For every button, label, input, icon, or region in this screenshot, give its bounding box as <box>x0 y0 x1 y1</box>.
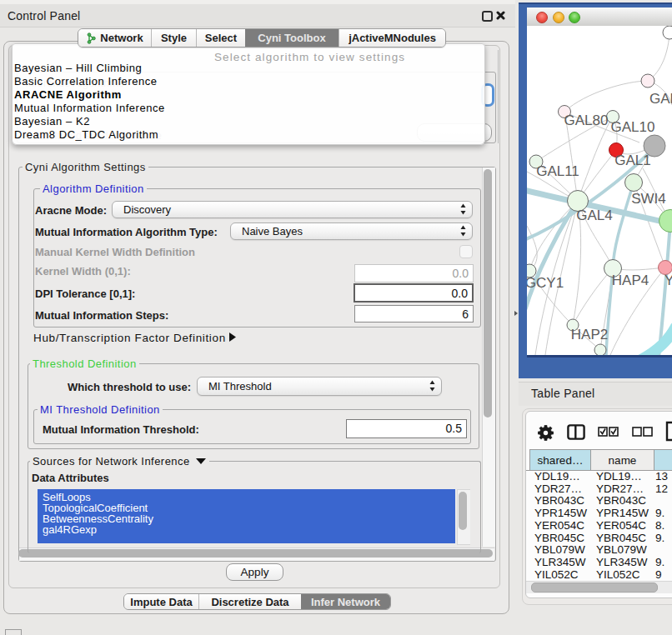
svg-text:HAP2: HAP2 <box>571 327 608 342</box>
svg-text:Y: Y <box>664 272 672 288</box>
svg-text:GCY1: GCY1 <box>527 275 564 291</box>
svg-text:GAL11: GAL11 <box>536 163 579 179</box>
svg-text:GAL4: GAL4 <box>576 208 612 223</box>
svg-text:SWI4: SWI4 <box>631 191 666 207</box>
svg-text:GAL10: GAL10 <box>611 119 655 135</box>
svg-text:GAL1: GAL1 <box>614 152 650 168</box>
svg-text:HAP4: HAP4 <box>612 272 649 288</box>
svg-text:GAL80: GAL80 <box>564 112 609 128</box>
svg-text:GAL7: GAL7 <box>649 91 672 107</box>
